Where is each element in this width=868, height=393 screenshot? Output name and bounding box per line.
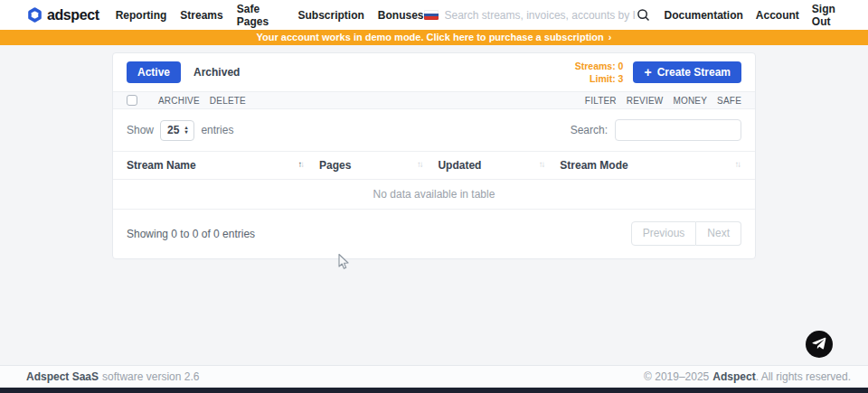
logo-text: adspect — [47, 7, 99, 23]
bottom-bar — [0, 388, 868, 393]
app-header: adspect Reporting Streams Safe Pages Sub… — [0, 0, 868, 30]
link-sign-out[interactable]: Sign Out — [812, 3, 851, 28]
main-area: Active Archived Streams: 0 Limit: 3 + Cr… — [0, 52, 868, 372]
app-footer: Adspect SaaSsoftware version 2.6 © 2019–… — [0, 365, 868, 388]
pagination: Previous Next — [631, 221, 741, 245]
create-stream-label: Create Stream — [657, 66, 731, 79]
telegram-icon — [812, 337, 826, 351]
telegram-button[interactable] — [806, 331, 833, 358]
header-search-input[interactable] — [445, 9, 637, 22]
select-all-checkbox[interactable] — [127, 95, 137, 106]
entries-label: entries — [201, 124, 233, 136]
demo-banner-text[interactable]: Your account works in demo mode. Click h… — [257, 30, 604, 45]
next-button[interactable]: Next — [696, 221, 741, 245]
sort-icon: ↑↓ — [735, 159, 742, 169]
safe-button[interactable]: SAFE — [717, 96, 741, 106]
table-row: No data available in table — [113, 180, 755, 210]
tab-active[interactable]: Active — [127, 61, 181, 83]
panel-footer: Showing 0 to 0 of 0 entries Previous Nex… — [113, 210, 755, 257]
demo-banner[interactable]: Your account works in demo mode. Click h… — [0, 30, 868, 45]
nav-item-bonuses[interactable]: Bonuses — [378, 9, 424, 22]
table-search-input[interactable] — [615, 119, 741, 141]
sort-icon: ↑↓ — [298, 159, 306, 169]
column-header-stream-name[interactable]: ↑↓ Stream Name — [113, 152, 312, 180]
nav-item-safe-pages[interactable]: Safe Pages — [237, 3, 285, 28]
review-button[interactable]: REVIEW — [627, 96, 664, 106]
nav-item-reporting[interactable]: Reporting — [116, 9, 167, 22]
streams-count: Streams: 0 — [575, 60, 624, 72]
header-links: Documentation Account Sign Out — [665, 3, 852, 28]
streams-panel: Active Archived Streams: 0 Limit: 3 + Cr… — [112, 52, 756, 259]
table-header-row: ↑↓ Stream Name ↑↓ Pages ↑↓ Updated ↑↓ St… — [113, 152, 755, 180]
logo[interactable]: adspect — [27, 7, 99, 23]
money-button[interactable]: MONEY — [673, 96, 707, 106]
link-documentation[interactable]: Documentation — [665, 9, 743, 22]
footer-version: Adspect SaaSsoftware version 2.6 — [26, 370, 199, 383]
filter-button[interactable]: FILTER — [585, 96, 617, 106]
tab-archived[interactable]: Archived — [193, 66, 240, 79]
streams-limit: Limit: 3 — [575, 72, 624, 85]
entries-summary: Showing 0 to 0 of 0 entries — [127, 228, 255, 240]
column-header-updated[interactable]: ↑↓ Updated — [430, 152, 552, 180]
sort-icon: ↑↓ — [539, 159, 546, 169]
column-header-pages[interactable]: ↑↓ Pages — [312, 152, 430, 180]
page-length-value: 25 — [167, 124, 179, 136]
plus-icon: + — [644, 66, 651, 79]
streams-quota: Streams: 0 Limit: 3 — [575, 60, 624, 85]
search-label: Search: — [571, 124, 608, 136]
bulk-archive-button[interactable]: ARCHIVE — [158, 96, 200, 106]
panel-header-row: Active Archived Streams: 0 Limit: 3 + Cr… — [113, 53, 755, 91]
streams-table: ↑↓ Stream Name ↑↓ Pages ↑↓ Updated ↑↓ St… — [113, 151, 755, 210]
header-search — [424, 8, 665, 22]
show-label: Show — [127, 124, 154, 136]
select-arrows-icon: ▴▾ — [184, 126, 187, 135]
sort-icon: ↑↓ — [417, 159, 424, 169]
main-nav: Reporting Streams Safe Pages Subscriptio… — [116, 3, 424, 28]
search-icon[interactable] — [637, 8, 650, 22]
nav-item-subscription[interactable]: Subscription — [297, 9, 363, 22]
footer-copyright: © 2019–2025Adspect. All rights reserved. — [644, 370, 851, 383]
bulk-toolbar: ARCHIVE DELETE FILTER REVIEW MONEY SAFE — [113, 91, 755, 109]
bulk-delete-button[interactable]: DELETE — [210, 96, 246, 106]
table-controls: Show 25 ▴▾ entries Search: — [113, 109, 755, 151]
page-length-select[interactable]: 25 ▴▾ — [160, 120, 194, 141]
chevron-right-icon: › — [609, 30, 612, 45]
column-header-stream-mode[interactable]: ↑↓ Stream Mode — [552, 152, 755, 180]
previous-button[interactable]: Previous — [631, 221, 697, 245]
logo-icon — [27, 7, 42, 23]
empty-table-message: No data available in table — [113, 180, 755, 210]
create-stream-button[interactable]: + Create Stream — [633, 61, 741, 83]
russian-flag-icon[interactable] — [424, 10, 439, 20]
nav-item-streams[interactable]: Streams — [180, 9, 222, 22]
link-account[interactable]: Account — [756, 9, 799, 22]
